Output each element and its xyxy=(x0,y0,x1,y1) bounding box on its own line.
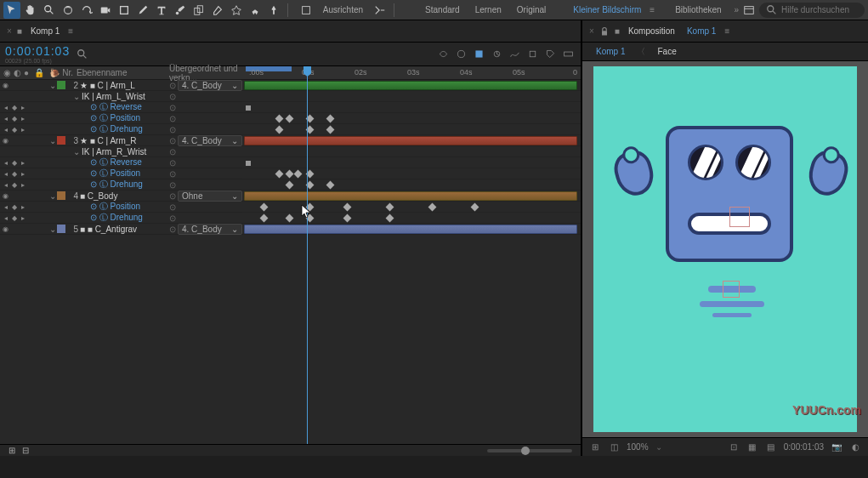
channel-icon[interactable]: ◐ xyxy=(849,441,861,453)
puppet-tool[interactable] xyxy=(247,2,264,19)
keyframe[interactable] xyxy=(343,203,352,212)
keyframe[interactable] xyxy=(326,181,335,190)
align-label[interactable]: Ausrichten xyxy=(316,5,370,14)
layer-bar[interactable] xyxy=(244,225,577,234)
render-icon[interactable] xyxy=(560,47,576,62)
timeline-track[interactable] xyxy=(242,124,581,135)
help-search-input[interactable] xyxy=(781,5,858,14)
timeline-area[interactable]: :00s 01s 02s 03s 04s 05s 0 xyxy=(242,66,581,444)
keyframe[interactable] xyxy=(286,181,294,190)
timeline-track[interactable] xyxy=(242,157,581,168)
comp-viewer[interactable]: YUUCn.com xyxy=(582,61,868,437)
keyframe[interactable] xyxy=(343,214,352,223)
timeline-track[interactable] xyxy=(242,146,581,157)
align-menu-icon[interactable] xyxy=(372,2,389,19)
motion-blur-icon[interactable] xyxy=(489,47,504,62)
keyframe[interactable] xyxy=(260,203,269,212)
lock-icon[interactable] xyxy=(599,26,610,37)
shy-icon[interactable] xyxy=(453,47,468,62)
workspace-lernen[interactable]: Lernen xyxy=(468,5,508,14)
toggle-switches-icon[interactable]: ⊞ xyxy=(9,446,15,455)
current-timecode[interactable]: 0:00:01:03 xyxy=(5,44,70,58)
orbit-tool[interactable] xyxy=(60,2,77,19)
timeline-track[interactable] xyxy=(242,202,581,213)
keyframe[interactable] xyxy=(286,170,294,179)
property-row[interactable]: ◂◆▸⊙ Ⓛ Drehung⊙ xyxy=(0,179,242,191)
comp-flow-icon[interactable] xyxy=(435,47,451,62)
layer-row[interactable]: ◉⌄2★ ■ C | Arm_L⊙4. C_Body⌄ xyxy=(0,80,242,91)
property-row[interactable]: ◂◆▸⊙ Ⓛ Drehung⊙ xyxy=(0,124,242,135)
workspace-current[interactable]: Kleiner Bildschirm xyxy=(566,5,648,14)
keyframe[interactable] xyxy=(471,203,479,212)
brush-tool[interactable] xyxy=(172,2,189,19)
selection-box-2[interactable] xyxy=(723,281,740,298)
keyframe[interactable] xyxy=(260,214,269,223)
timeline-track[interactable] xyxy=(242,213,581,224)
panel-icon[interactable] xyxy=(740,2,757,19)
timeline-track[interactable] xyxy=(242,135,581,146)
keyframe[interactable] xyxy=(386,203,394,212)
keyframe[interactable] xyxy=(294,170,303,179)
timeline-track[interactable] xyxy=(242,91,581,102)
guides-icon[interactable]: ▤ xyxy=(765,441,777,453)
keyframe[interactable] xyxy=(428,203,437,212)
frame-blend-icon[interactable] xyxy=(471,47,486,62)
snap-icon[interactable] xyxy=(298,2,315,19)
time-ruler[interactable]: :00s 01s 02s 03s 04s 05s 0 xyxy=(242,66,581,80)
hand-tool[interactable] xyxy=(22,2,39,19)
keyframe[interactable] xyxy=(386,214,394,223)
comp-panel-name[interactable]: Komp 1 xyxy=(684,26,719,36)
clone-tool[interactable] xyxy=(190,2,207,19)
layer-bar[interactable] xyxy=(244,191,577,201)
footer-timecode[interactable]: 0:00:01:03 xyxy=(784,442,824,452)
keyframe[interactable] xyxy=(246,105,251,111)
camera-tool[interactable] xyxy=(97,2,114,19)
keyframe[interactable] xyxy=(275,115,284,123)
comp-canvas[interactable] xyxy=(593,66,857,432)
eraser-tool[interactable] xyxy=(209,2,226,19)
keyframe[interactable] xyxy=(326,126,335,134)
timeline-track[interactable] xyxy=(242,191,581,202)
timeline-track[interactable] xyxy=(242,113,581,124)
graph-icon[interactable] xyxy=(507,47,522,62)
rect-tool[interactable] xyxy=(116,2,133,19)
pen-tool[interactable] xyxy=(134,2,151,19)
zoom-slider[interactable] xyxy=(487,449,572,452)
tag-icon[interactable] xyxy=(542,47,558,62)
rotate-tool[interactable] xyxy=(78,2,95,19)
snapshot-icon[interactable]: 📷 xyxy=(831,441,842,453)
property-row[interactable]: ◂◆▸⊙ Ⓛ Drehung⊙ xyxy=(0,213,242,224)
keyframe[interactable] xyxy=(275,170,284,179)
layer-search-icon[interactable] xyxy=(77,48,88,60)
draft3d-icon[interactable] xyxy=(525,47,540,62)
timeline-track[interactable] xyxy=(242,102,581,113)
keyframe[interactable] xyxy=(275,126,284,134)
roto-tool[interactable] xyxy=(228,2,245,19)
keyframe[interactable] xyxy=(286,214,294,223)
workspace-original[interactable]: Original xyxy=(510,5,553,14)
timeline-tab[interactable]: Komp 1 xyxy=(27,26,63,36)
timeline-track[interactable] xyxy=(242,80,581,91)
timeline-track[interactable] xyxy=(242,179,581,191)
layer-bar[interactable] xyxy=(244,136,577,145)
zoom-tool[interactable] xyxy=(41,2,58,19)
zoom-value[interactable]: 100% xyxy=(627,442,649,452)
ref-icon[interactable]: ⊞ xyxy=(589,441,601,453)
toggle-modes-icon[interactable]: ⊟ xyxy=(22,446,29,455)
help-search[interactable] xyxy=(759,3,865,18)
workspace-standard[interactable]: Standard xyxy=(418,5,467,14)
mask-icon[interactable]: ◫ xyxy=(608,441,620,453)
layer-bar[interactable] xyxy=(244,81,577,90)
keyframe[interactable] xyxy=(326,115,335,123)
comp-crumb-main[interactable]: Komp 1 xyxy=(589,45,632,58)
timeline-track[interactable] xyxy=(242,168,581,179)
pin-tool[interactable] xyxy=(265,2,282,19)
layer-row[interactable]: ◉⌄3★ ■ C | Arm_R⊙4. C_Body⌄ xyxy=(0,135,242,146)
comp-crumb-face[interactable]: Face xyxy=(650,45,683,58)
grid-icon[interactable]: ▦ xyxy=(746,441,758,453)
keyframe[interactable] xyxy=(286,115,294,123)
selection-tool[interactable] xyxy=(3,2,20,19)
res-icon[interactable]: ⊡ xyxy=(728,441,740,453)
layer-row[interactable]: ◉⌄5■ ■ C_Antigrav⊙4. C_Body⌄ xyxy=(0,224,242,235)
playhead[interactable] xyxy=(307,66,308,444)
